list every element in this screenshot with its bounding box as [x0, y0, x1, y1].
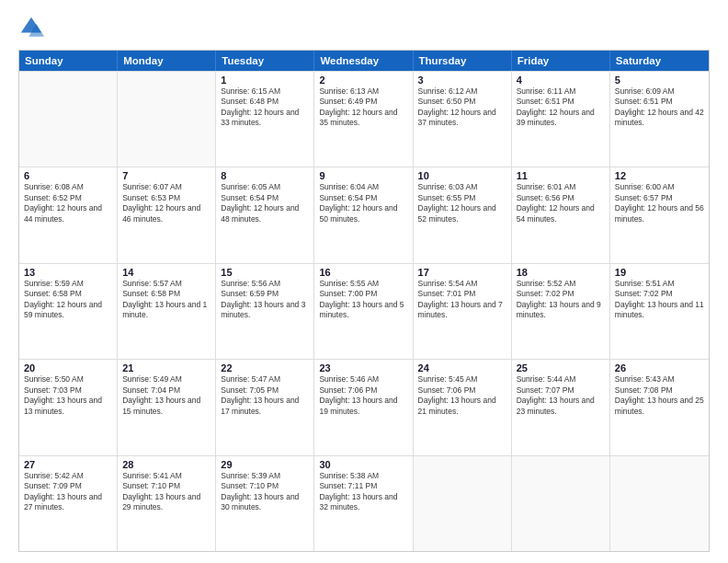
calendar-header-cell: Monday — [118, 51, 216, 71]
calendar-cell — [118, 72, 216, 167]
day-number: 7 — [122, 170, 210, 181]
day-number: 25 — [517, 362, 605, 373]
calendar-cell: 7Sunrise: 6:07 AM Sunset: 6:53 PM Daylig… — [118, 167, 216, 262]
day-number: 9 — [319, 170, 407, 181]
cell-info: Sunrise: 6:00 AM Sunset: 6:57 PM Dayligh… — [615, 182, 704, 224]
day-number: 5 — [615, 75, 704, 86]
calendar-row: 1Sunrise: 6:15 AM Sunset: 6:48 PM Daylig… — [19, 71, 709, 167]
calendar-cell: 12Sunrise: 6:00 AM Sunset: 6:57 PM Dayli… — [610, 167, 709, 262]
calendar-header-cell: Tuesday — [216, 51, 314, 71]
calendar-row: 20Sunrise: 5:50 AM Sunset: 7:03 PM Dayli… — [19, 359, 709, 454]
calendar-cell: 18Sunrise: 5:52 AM Sunset: 7:02 PM Dayli… — [512, 264, 610, 359]
day-number: 19 — [615, 267, 704, 278]
calendar-cell: 15Sunrise: 5:56 AM Sunset: 6:59 PM Dayli… — [216, 264, 314, 359]
cell-info: Sunrise: 5:57 AM Sunset: 6:58 PM Dayligh… — [122, 279, 210, 321]
calendar-row: 27Sunrise: 5:42 AM Sunset: 7:09 PM Dayli… — [19, 455, 709, 551]
calendar-cell: 10Sunrise: 6:03 AM Sunset: 6:55 PM Dayli… — [414, 167, 512, 262]
calendar-cell: 26Sunrise: 5:43 AM Sunset: 7:08 PM Dayli… — [610, 360, 709, 454]
cell-info: Sunrise: 6:09 AM Sunset: 6:51 PM Dayligh… — [615, 86, 704, 129]
calendar-header: SundayMondayTuesdayWednesdayThursdayFrid… — [19, 51, 709, 71]
cell-info: Sunrise: 5:38 AM Sunset: 7:11 PM Dayligh… — [319, 471, 407, 513]
cell-info: Sunrise: 5:59 AM Sunset: 6:58 PM Dayligh… — [24, 279, 112, 321]
calendar-cell: 9Sunrise: 6:04 AM Sunset: 6:54 PM Daylig… — [314, 167, 413, 262]
calendar-cell: 27Sunrise: 5:42 AM Sunset: 7:09 PM Dayli… — [19, 456, 118, 551]
calendar-row: 6Sunrise: 6:08 AM Sunset: 6:52 PM Daylig… — [19, 167, 709, 262]
cell-info: Sunrise: 6:05 AM Sunset: 6:54 PM Dayligh… — [221, 182, 309, 224]
calendar-cell — [19, 72, 118, 167]
cell-info: Sunrise: 6:13 AM Sunset: 6:49 PM Dayligh… — [319, 86, 407, 129]
cell-info: Sunrise: 5:49 AM Sunset: 7:04 PM Dayligh… — [122, 374, 210, 417]
logo-icon — [18, 15, 44, 40]
cell-info: Sunrise: 5:47 AM Sunset: 7:05 PM Dayligh… — [221, 374, 309, 417]
day-number: 24 — [418, 362, 506, 373]
calendar-cell: 5Sunrise: 6:09 AM Sunset: 6:51 PM Daylig… — [610, 72, 709, 167]
calendar-header-cell: Wednesday — [314, 51, 413, 71]
cell-info: Sunrise: 6:08 AM Sunset: 6:52 PM Dayligh… — [24, 182, 112, 224]
day-number: 23 — [319, 362, 407, 373]
day-number: 21 — [122, 362, 210, 373]
day-number: 18 — [517, 267, 605, 278]
day-number: 17 — [418, 267, 506, 278]
cell-info: Sunrise: 5:42 AM Sunset: 7:09 PM Dayligh… — [24, 471, 112, 513]
calendar-cell: 19Sunrise: 5:51 AM Sunset: 7:02 PM Dayli… — [610, 264, 709, 359]
calendar-cell — [414, 456, 512, 551]
calendar-cell: 6Sunrise: 6:08 AM Sunset: 6:52 PM Daylig… — [19, 167, 118, 262]
day-number: 1 — [221, 75, 309, 86]
header — [18, 15, 710, 40]
cell-info: Sunrise: 5:52 AM Sunset: 7:02 PM Dayligh… — [517, 279, 605, 321]
cell-info: Sunrise: 5:44 AM Sunset: 7:07 PM Dayligh… — [517, 374, 605, 417]
calendar-cell: 25Sunrise: 5:44 AM Sunset: 7:07 PM Dayli… — [512, 360, 610, 454]
calendar-cell: 30Sunrise: 5:38 AM Sunset: 7:11 PM Dayli… — [314, 456, 413, 551]
day-number: 8 — [221, 170, 309, 181]
calendar-cell: 8Sunrise: 6:05 AM Sunset: 6:54 PM Daylig… — [216, 167, 314, 262]
cell-info: Sunrise: 5:43 AM Sunset: 7:08 PM Dayligh… — [615, 374, 704, 417]
day-number: 14 — [122, 267, 210, 278]
cell-info: Sunrise: 6:03 AM Sunset: 6:55 PM Dayligh… — [418, 182, 506, 224]
logo — [18, 15, 48, 40]
cell-info: Sunrise: 5:55 AM Sunset: 7:00 PM Dayligh… — [319, 279, 407, 321]
calendar-header-cell: Sunday — [19, 51, 118, 71]
day-number: 6 — [24, 170, 112, 181]
day-number: 27 — [24, 459, 112, 470]
calendar-cell: 13Sunrise: 5:59 AM Sunset: 6:58 PM Dayli… — [19, 264, 118, 359]
day-number: 15 — [221, 267, 309, 278]
calendar-body: 1Sunrise: 6:15 AM Sunset: 6:48 PM Daylig… — [19, 71, 709, 551]
calendar-cell: 23Sunrise: 5:46 AM Sunset: 7:06 PM Dayli… — [314, 360, 413, 454]
day-number: 28 — [122, 459, 210, 470]
cell-info: Sunrise: 5:56 AM Sunset: 6:59 PM Dayligh… — [221, 279, 309, 321]
calendar-header-cell: Friday — [512, 51, 610, 71]
calendar-cell: 29Sunrise: 5:39 AM Sunset: 7:10 PM Dayli… — [216, 456, 314, 551]
day-number: 11 — [517, 170, 605, 181]
cell-info: Sunrise: 6:15 AM Sunset: 6:48 PM Dayligh… — [221, 86, 309, 129]
day-number: 13 — [24, 267, 112, 278]
calendar-header-cell: Saturday — [610, 51, 709, 71]
day-number: 22 — [221, 362, 309, 373]
cell-info: Sunrise: 6:07 AM Sunset: 6:53 PM Dayligh… — [122, 182, 210, 224]
cell-info: Sunrise: 5:54 AM Sunset: 7:01 PM Dayligh… — [418, 279, 506, 321]
day-number: 30 — [319, 459, 407, 470]
calendar-cell: 21Sunrise: 5:49 AM Sunset: 7:04 PM Dayli… — [118, 360, 216, 454]
day-number: 29 — [221, 459, 309, 470]
calendar-cell: 28Sunrise: 5:41 AM Sunset: 7:10 PM Dayli… — [118, 456, 216, 551]
cell-info: Sunrise: 5:51 AM Sunset: 7:02 PM Dayligh… — [615, 279, 704, 321]
calendar-cell: 1Sunrise: 6:15 AM Sunset: 6:48 PM Daylig… — [216, 72, 314, 167]
calendar-cell: 3Sunrise: 6:12 AM Sunset: 6:50 PM Daylig… — [414, 72, 512, 167]
calendar-cell: 16Sunrise: 5:55 AM Sunset: 7:00 PM Dayli… — [314, 264, 413, 359]
day-number: 3 — [418, 75, 506, 86]
cell-info: Sunrise: 5:45 AM Sunset: 7:06 PM Dayligh… — [418, 374, 506, 417]
cell-info: Sunrise: 5:46 AM Sunset: 7:06 PM Dayligh… — [319, 374, 407, 417]
calendar-cell: 4Sunrise: 6:11 AM Sunset: 6:51 PM Daylig… — [512, 72, 610, 167]
calendar-cell: 17Sunrise: 5:54 AM Sunset: 7:01 PM Dayli… — [414, 264, 512, 359]
calendar-cell: 24Sunrise: 5:45 AM Sunset: 7:06 PM Dayli… — [414, 360, 512, 454]
day-number: 26 — [615, 362, 704, 373]
cell-info: Sunrise: 5:41 AM Sunset: 7:10 PM Dayligh… — [122, 471, 210, 513]
day-number: 16 — [319, 267, 407, 278]
calendar-cell: 20Sunrise: 5:50 AM Sunset: 7:03 PM Dayli… — [19, 360, 118, 454]
cell-info: Sunrise: 6:12 AM Sunset: 6:50 PM Dayligh… — [418, 86, 506, 129]
calendar-cell — [610, 456, 709, 551]
calendar-row: 13Sunrise: 5:59 AM Sunset: 6:58 PM Dayli… — [19, 263, 709, 359]
calendar-cell: 14Sunrise: 5:57 AM Sunset: 6:58 PM Dayli… — [118, 264, 216, 359]
calendar-header-cell: Thursday — [414, 51, 512, 71]
day-number: 2 — [319, 75, 407, 86]
calendar-cell: 2Sunrise: 6:13 AM Sunset: 6:49 PM Daylig… — [314, 72, 413, 167]
